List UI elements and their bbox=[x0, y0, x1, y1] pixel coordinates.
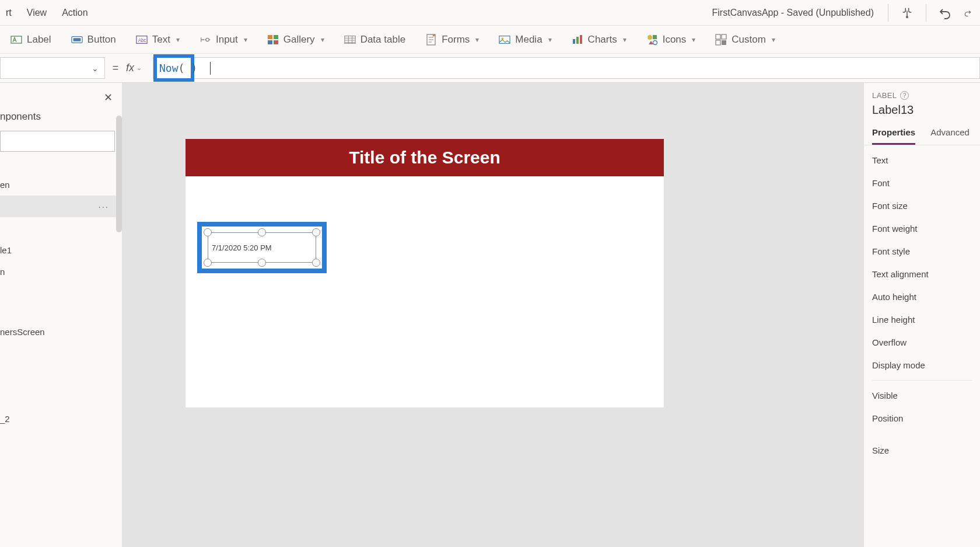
undo-icon[interactable] bbox=[937, 5, 953, 21]
svg-rect-24 bbox=[722, 40, 726, 45]
prop-font[interactable]: Font bbox=[872, 172, 972, 194]
icons-icon bbox=[646, 34, 658, 46]
ribbon-media-text: Media bbox=[515, 34, 542, 46]
app-checker-icon[interactable] bbox=[899, 5, 915, 21]
fx-label[interactable]: fx ⌄ bbox=[126, 54, 153, 82]
tree-item-selected[interactable]: ··· bbox=[0, 196, 122, 217]
ribbon-icons-text: Icons bbox=[663, 34, 687, 46]
formula-text: Now( ) bbox=[159, 62, 197, 74]
ribbon-input[interactable]: Input ▾ bbox=[200, 34, 247, 46]
menu-bar: rt View Action FirstCanvasApp - Saved (U… bbox=[0, 0, 980, 26]
properties-tabs: Properties Advanced bbox=[864, 119, 980, 145]
more-icon[interactable]: ··· bbox=[98, 201, 109, 211]
ribbon-media[interactable]: Media ▾ bbox=[499, 34, 551, 46]
ribbon-label[interactable]: Label bbox=[10, 34, 51, 46]
app-title: FirstCanvasApp - Saved (Unpublished) bbox=[712, 8, 874, 18]
data-table-icon bbox=[344, 34, 356, 46]
prop-overflow[interactable]: Overflow bbox=[872, 331, 972, 354]
ribbon-button-text: Button bbox=[88, 34, 116, 46]
control-type-text: LABEL bbox=[872, 91, 897, 100]
input-icon bbox=[200, 34, 211, 46]
resize-handle[interactable] bbox=[312, 228, 320, 236]
ribbon-data-table-text: Data table bbox=[360, 34, 406, 46]
tree-list: en ··· le1 n nersScreen _2 bbox=[0, 160, 122, 547]
menu-insert[interactable]: rt bbox=[6, 8, 12, 18]
svg-rect-3 bbox=[73, 38, 80, 41]
chevron-down-icon: ▾ bbox=[176, 36, 180, 44]
canvas-area[interactable]: Title of the Screen 7/1/2020 5:20 PM bbox=[123, 83, 863, 547]
svg-rect-19 bbox=[653, 35, 657, 39]
close-icon[interactable]: ✕ bbox=[104, 91, 113, 104]
tree-item[interactable]: n bbox=[0, 261, 122, 283]
prop-text-alignment[interactable]: Text alignment bbox=[872, 263, 972, 285]
menu-view[interactable]: View bbox=[27, 8, 47, 18]
prop-font-weight[interactable]: Font weight bbox=[872, 217, 972, 240]
tab-advanced[interactable]: Advanced bbox=[930, 127, 970, 145]
menu-action[interactable]: Action bbox=[62, 8, 88, 18]
insert-ribbon: Label Button Abc Text ▾ Input ▾ Gallery … bbox=[0, 26, 980, 54]
ribbon-button[interactable]: Button bbox=[71, 34, 116, 46]
divider bbox=[888, 4, 888, 22]
svg-point-6 bbox=[206, 38, 209, 41]
ribbon-text[interactable]: Abc Text ▾ bbox=[136, 34, 180, 46]
text-cursor bbox=[210, 62, 211, 75]
ribbon-gallery[interactable]: Gallery ▾ bbox=[267, 34, 324, 46]
ribbon-data-table[interactable]: Data table bbox=[344, 34, 406, 46]
text-icon: Abc bbox=[136, 34, 148, 46]
chevron-down-icon: ▾ bbox=[244, 36, 247, 44]
scrollbar[interactable] bbox=[116, 116, 122, 232]
prop-text[interactable]: Text bbox=[872, 149, 972, 172]
formula-input[interactable]: Now( ) bbox=[153, 57, 980, 79]
svg-rect-17 bbox=[580, 35, 582, 44]
prop-font-style[interactable]: Font style bbox=[872, 240, 972, 263]
tree-item[interactable]: en bbox=[0, 174, 122, 196]
selected-control-highlight[interactable]: 7/1/2020 5:20 PM bbox=[197, 222, 327, 273]
media-icon bbox=[499, 34, 510, 46]
resize-handle[interactable] bbox=[204, 259, 212, 267]
control-type-label: LABEL ? bbox=[872, 91, 972, 100]
prop-position[interactable]: Position bbox=[872, 407, 972, 430]
ribbon-text-text: Text bbox=[152, 34, 170, 46]
chevron-down-icon: ▾ bbox=[692, 36, 695, 44]
ribbon-custom[interactable]: Custom ▾ bbox=[715, 34, 775, 46]
resize-handle[interactable] bbox=[204, 228, 212, 236]
screen-canvas[interactable]: Title of the Screen 7/1/2020 5:20 PM bbox=[186, 139, 664, 407]
svg-rect-10 bbox=[274, 40, 278, 44]
search-input[interactable] bbox=[0, 131, 115, 152]
control-name[interactable]: Label13 bbox=[872, 103, 972, 117]
ribbon-forms[interactable]: Forms ▾ bbox=[425, 34, 479, 46]
ribbon-icons[interactable]: Icons ▾ bbox=[646, 34, 696, 46]
svg-rect-15 bbox=[573, 39, 575, 44]
redo-icon[interactable] bbox=[964, 5, 972, 21]
prop-auto-height[interactable]: Auto height bbox=[872, 285, 972, 308]
resize-handle[interactable] bbox=[258, 228, 266, 236]
help-icon[interactable]: ? bbox=[900, 91, 909, 100]
svg-rect-23 bbox=[716, 40, 720, 45]
resize-handle[interactable] bbox=[258, 259, 266, 267]
prop-line-height[interactable]: Line height bbox=[872, 308, 972, 331]
equals-sign: = bbox=[105, 54, 126, 82]
screen-title[interactable]: Title of the Screen bbox=[186, 139, 664, 176]
prop-font-size[interactable]: Font size bbox=[872, 194, 972, 217]
svg-text:Abc: Abc bbox=[138, 37, 146, 43]
properties-pane: LABEL ? Label13 Properties Advanced Text… bbox=[863, 83, 980, 547]
chevron-down-icon: ⌄ bbox=[136, 64, 142, 72]
prop-size[interactable]: Size bbox=[872, 439, 972, 462]
property-select[interactable]: ⌄ bbox=[0, 57, 105, 79]
tab-properties[interactable]: Properties bbox=[872, 127, 915, 145]
prop-visible[interactable]: Visible bbox=[872, 384, 972, 407]
ribbon-custom-text: Custom bbox=[732, 34, 766, 46]
label-text: 7/1/2020 5:20 PM bbox=[212, 243, 272, 252]
properties-header: LABEL ? Label13 bbox=[864, 83, 980, 119]
formula-function: Now bbox=[159, 62, 178, 74]
svg-rect-7 bbox=[268, 35, 272, 39]
ribbon-charts[interactable]: Charts ▾ bbox=[572, 34, 626, 46]
tree-item[interactable]: _2 bbox=[0, 408, 122, 430]
svg-rect-22 bbox=[722, 34, 726, 39]
tree-tab-components[interactable]: nponents bbox=[0, 83, 122, 127]
prop-display-mode[interactable]: Display mode bbox=[872, 354, 972, 377]
tree-item[interactable]: nersScreen bbox=[0, 321, 122, 343]
resize-handle[interactable] bbox=[312, 259, 320, 267]
tree-item[interactable]: le1 bbox=[0, 239, 122, 261]
tree-view-pane: ✕ nponents en ··· le1 n nersScreen _2 bbox=[0, 83, 123, 547]
